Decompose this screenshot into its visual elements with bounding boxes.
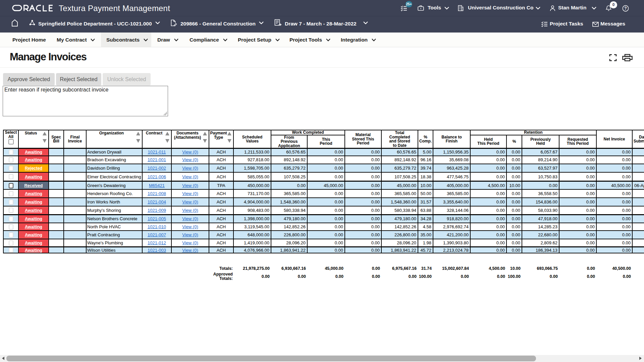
svg-text:?: ? [624, 6, 627, 11]
